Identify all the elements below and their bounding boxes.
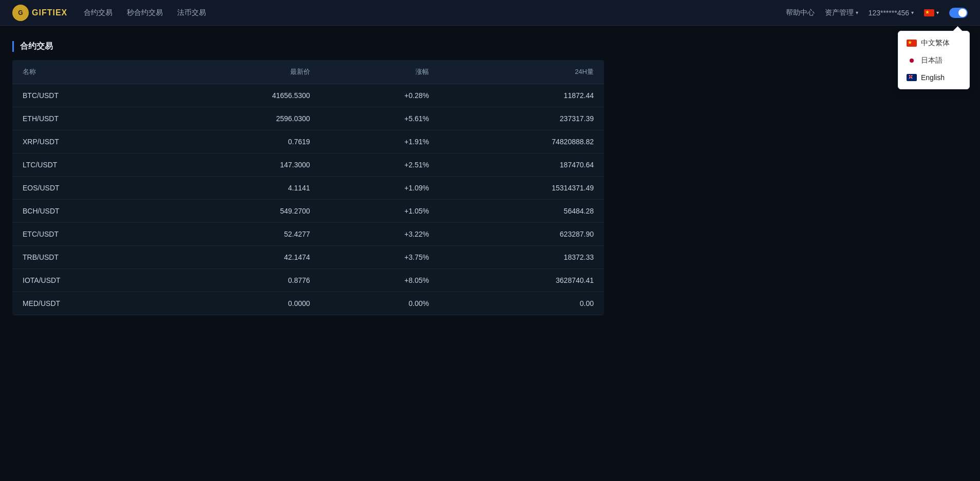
cell-volume: 74820888.82 bbox=[439, 130, 604, 153]
cell-volume: 0.00 bbox=[439, 292, 604, 315]
cell-name: XRP/USDT bbox=[12, 130, 166, 153]
zh-tw-label: 中文繁体 bbox=[921, 39, 950, 48]
ja-flag-icon bbox=[907, 57, 917, 64]
table-row[interactable]: ETH/USDT2596.0300+5.61%237317.39 bbox=[12, 107, 604, 130]
cell-name: MED/USDT bbox=[12, 292, 166, 315]
table-row[interactable]: TRB/USDT42.1474+3.75%18372.33 bbox=[12, 246, 604, 269]
cell-change: 0.00% bbox=[321, 292, 440, 315]
cell-change: +0.28% bbox=[321, 84, 440, 107]
cell-change: +1.91% bbox=[321, 130, 440, 153]
cell-change: +1.09% bbox=[321, 177, 440, 200]
main-nav: 合约交易 秒合约交易 法币交易 bbox=[84, 6, 785, 20]
nav-quick[interactable]: 秒合约交易 bbox=[127, 6, 163, 20]
cell-change: +1.05% bbox=[321, 200, 440, 223]
assets-label: 资产管理 bbox=[825, 8, 854, 17]
header-row: 名称 最新价 涨幅 24H量 bbox=[12, 60, 604, 84]
col-volume: 24H量 bbox=[439, 60, 604, 84]
en-label: English bbox=[921, 73, 945, 82]
col-name: 名称 bbox=[12, 60, 166, 84]
nav-fiat[interactable]: 法币交易 bbox=[177, 6, 206, 20]
flag-chevron-icon: ▾ bbox=[936, 10, 939, 15]
table-row[interactable]: BCH/USDT549.2700+1.05%56484.28 bbox=[12, 200, 604, 223]
table-row[interactable]: ETC/USDT52.4277+3.22%623287.90 bbox=[12, 223, 604, 246]
table-row[interactable]: LTC/USDT147.3000+2.51%187470.64 bbox=[12, 153, 604, 177]
logo[interactable]: G GIFTIEX bbox=[12, 5, 67, 21]
cell-price: 4.1141 bbox=[166, 177, 320, 200]
cell-price: 52.4277 bbox=[166, 223, 320, 246]
cell-volume: 623287.90 bbox=[439, 223, 604, 246]
cell-price: 0.0000 bbox=[166, 292, 320, 315]
cell-name: TRB/USDT bbox=[12, 246, 166, 269]
cell-volume: 187470.64 bbox=[439, 153, 604, 177]
table-body: BTC/USDT41656.5300+0.28%11872.44ETH/USDT… bbox=[12, 84, 604, 315]
cell-change: +3.75% bbox=[321, 246, 440, 269]
language-dropdown: 中文繁体 日本語 English bbox=[898, 31, 970, 89]
section-title: 合约交易 bbox=[12, 41, 604, 52]
main-content: 合约交易 名称 最新价 涨幅 24H量 BTC/USDT41656.5300+0… bbox=[0, 26, 616, 331]
assets-chevron-icon: ▾ bbox=[856, 10, 858, 15]
flag-button[interactable]: ▾ bbox=[924, 9, 939, 16]
cell-price: 41656.5300 bbox=[166, 84, 320, 107]
cell-name: EOS/USDT bbox=[12, 177, 166, 200]
cell-change: +8.05% bbox=[321, 269, 440, 292]
user-dropdown[interactable]: 123******456 ▾ bbox=[869, 9, 914, 17]
cell-volume: 56484.28 bbox=[439, 200, 604, 223]
cell-price: 0.8776 bbox=[166, 269, 320, 292]
table-header: 名称 最新价 涨幅 24H量 bbox=[12, 60, 604, 84]
col-price: 最新价 bbox=[166, 60, 320, 84]
lang-option-ja[interactable]: 日本語 bbox=[898, 52, 969, 69]
table-row[interactable]: MED/USDT0.00000.00%0.00 bbox=[12, 292, 604, 315]
cell-name: ETC/USDT bbox=[12, 223, 166, 246]
cell-volume: 3628740.41 bbox=[439, 269, 604, 292]
china-flag-icon bbox=[924, 9, 934, 16]
col-change: 涨幅 bbox=[321, 60, 440, 84]
cell-price: 2596.0300 bbox=[166, 107, 320, 130]
cell-price: 0.7619 bbox=[166, 130, 320, 153]
cell-volume: 237317.39 bbox=[439, 107, 604, 130]
cell-name: ETH/USDT bbox=[12, 107, 166, 130]
user-chevron-icon: ▾ bbox=[911, 10, 914, 15]
cell-name: IOTA/USDT bbox=[12, 269, 166, 292]
cell-price: 42.1474 bbox=[166, 246, 320, 269]
header-right: 帮助中心 资产管理 ▾ 123******456 ▾ ▾ bbox=[786, 8, 968, 18]
lang-option-zh-tw[interactable]: 中文繁体 bbox=[898, 34, 969, 52]
cell-change: +5.61% bbox=[321, 107, 440, 130]
table-row[interactable]: BTC/USDT41656.5300+0.28%11872.44 bbox=[12, 84, 604, 107]
user-label: 123******456 bbox=[869, 9, 909, 17]
logo-icon: G bbox=[12, 5, 29, 21]
table-row[interactable]: IOTA/USDT0.8776+8.05%3628740.41 bbox=[12, 269, 604, 292]
cell-name: LTC/USDT bbox=[12, 153, 166, 177]
cell-name: BCH/USDT bbox=[12, 200, 166, 223]
logo-text: GIFTIEX bbox=[32, 8, 67, 17]
assets-dropdown[interactable]: 资产管理 ▾ bbox=[825, 8, 858, 17]
cell-change: +3.22% bbox=[321, 223, 440, 246]
cell-price: 549.2700 bbox=[166, 200, 320, 223]
nav-futures[interactable]: 合约交易 bbox=[84, 6, 112, 20]
header: G GIFTIEX 合约交易 秒合约交易 法币交易 帮助中心 资产管理 ▾ 12… bbox=[0, 0, 980, 26]
cell-change: +2.51% bbox=[321, 153, 440, 177]
lang-option-en[interactable]: English bbox=[898, 69, 969, 86]
ja-label: 日本語 bbox=[921, 56, 943, 65]
cell-volume: 11872.44 bbox=[439, 84, 604, 107]
cell-name: BTC/USDT bbox=[12, 84, 166, 107]
cell-volume: 15314371.49 bbox=[439, 177, 604, 200]
zh-tw-flag-icon bbox=[907, 40, 917, 47]
cell-price: 147.3000 bbox=[166, 153, 320, 177]
table-row[interactable]: EOS/USDT4.1141+1.09%15314371.49 bbox=[12, 177, 604, 200]
table-row[interactable]: XRP/USDT0.7619+1.91%74820888.82 bbox=[12, 130, 604, 153]
trade-table: 名称 最新价 涨幅 24H量 BTC/USDT41656.5300+0.28%1… bbox=[12, 60, 604, 315]
help-center-link[interactable]: 帮助中心 bbox=[786, 8, 815, 17]
theme-toggle[interactable] bbox=[949, 8, 968, 18]
cell-volume: 18372.33 bbox=[439, 246, 604, 269]
en-flag-icon bbox=[907, 74, 917, 81]
